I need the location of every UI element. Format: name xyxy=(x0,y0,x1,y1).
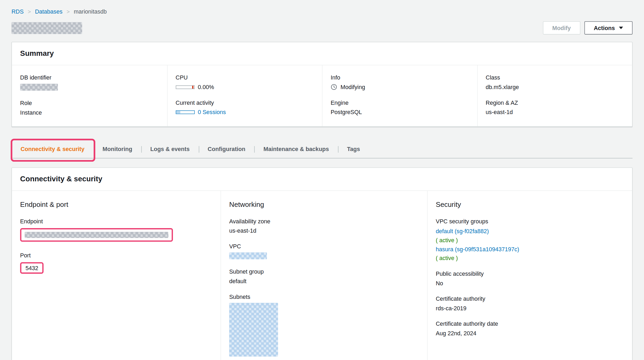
endpoint-port-section: Endpoint & port Endpoint Port 5432 xyxy=(12,191,221,360)
certificate-authority-date-field: Certificate authority date Aug 22nd, 202… xyxy=(436,320,624,336)
modify-button[interactable]: Modify xyxy=(543,21,580,34)
subnets-field: Subnets xyxy=(229,294,419,357)
tab-connectivity-security-label: Connectivity & security xyxy=(20,146,84,152)
sessions-link[interactable]: 0 Sessions xyxy=(198,109,226,115)
engine-field: Engine PostgreSQL xyxy=(331,99,469,115)
region-field: Region & AZ us-east-1d xyxy=(486,99,624,115)
clock-icon xyxy=(331,84,337,90)
detail-tabs: Connectivity & security Monitoring Logs … xyxy=(11,141,633,158)
subnets-label: Subnets xyxy=(229,294,419,300)
certificate-authority-value: rds-ca-2019 xyxy=(436,305,624,312)
subnet-group-value: default xyxy=(229,278,419,284)
breadcrumb: RDS > Databases > marionitasdb xyxy=(11,0,633,15)
sessions-gauge-fill xyxy=(176,111,180,114)
certificate-authority-date-label: Certificate authority date xyxy=(436,320,624,327)
rds-console-viewport: RDS > Databases > marionitasdb Modify Ac… xyxy=(0,0,644,360)
public-accessibility-value: No xyxy=(436,280,624,287)
endpoint-port-title: Endpoint & port xyxy=(20,201,212,209)
annotation-box-port: 5432 xyxy=(20,262,44,274)
engine-value: PostgreSQL xyxy=(331,109,469,115)
certificate-authority-label: Certificate authority xyxy=(436,295,624,302)
current-activity-field: Current activity 0 Sessions xyxy=(176,99,314,115)
cpu-label: CPU xyxy=(176,74,314,81)
region-label: Region & AZ xyxy=(486,99,624,106)
annotation-box-endpoint xyxy=(20,228,173,242)
connectivity-card: Connectivity & security Endpoint & port … xyxy=(11,168,633,360)
cpu-gauge-marker xyxy=(192,86,193,89)
current-activity-label: Current activity xyxy=(176,99,314,106)
tab-connectivity-security[interactable]: Connectivity & security xyxy=(11,141,93,158)
security-group-status-default: ( active ) xyxy=(436,237,624,244)
page-title-redacted xyxy=(11,22,82,34)
subnet-group-label: Subnet group xyxy=(229,268,419,275)
summary-card-title: Summary xyxy=(12,42,632,65)
security-title: Security xyxy=(436,201,624,209)
port-field: Port 5432 xyxy=(20,252,212,274)
role-field: Role Instance xyxy=(20,100,159,116)
connectivity-card-title: Connectivity & security xyxy=(12,168,632,191)
info-label: Info xyxy=(331,74,469,81)
db-identifier-label: DB identifier xyxy=(20,74,159,81)
current-activity-row: 0 Sessions xyxy=(176,109,314,115)
page: RDS > Databases > marionitasdb Modify Ac… xyxy=(0,0,644,360)
summary-col-identifier: DB identifier Role Instance xyxy=(12,65,167,126)
endpoint-label: Endpoint xyxy=(20,218,212,225)
tab-monitoring[interactable]: Monitoring xyxy=(93,141,141,158)
subnets-value-redacted xyxy=(229,303,278,357)
security-group-link-default[interactable]: default (sg-f02fa882) xyxy=(436,228,489,235)
security-group-status-hasura: ( active ) xyxy=(436,255,624,261)
vpc-security-groups-label: VPC security groups xyxy=(436,218,624,225)
info-value: Modifying xyxy=(340,84,365,90)
endpoint-field: Endpoint xyxy=(20,218,212,243)
class-label: Class xyxy=(486,74,624,81)
port-label: Port xyxy=(20,252,212,259)
networking-title: Networking xyxy=(229,201,419,209)
vpc-security-groups-field: VPC security groups default (sg-f02fa882… xyxy=(436,218,624,262)
breadcrumb-link-databases[interactable]: Databases xyxy=(35,8,62,15)
tab-logs-events[interactable]: Logs & events xyxy=(141,141,199,158)
public-accessibility-field: Public accessibility No xyxy=(436,270,624,286)
cpu-value: 0.00% xyxy=(198,84,214,90)
vpc-field: VPC xyxy=(229,243,419,259)
caret-down-icon xyxy=(619,27,623,29)
summary-col-class: Class db.m5.xlarge Region & AZ us-east-1… xyxy=(477,65,632,126)
role-label: Role xyxy=(20,100,159,106)
actions-button[interactable]: Actions xyxy=(584,21,633,34)
actions-button-label: Actions xyxy=(594,24,615,32)
breadcrumb-link-rds[interactable]: RDS xyxy=(11,8,24,15)
db-identifier-redacted xyxy=(20,84,58,91)
connectivity-grid: Endpoint & port Endpoint Port 5432 xyxy=(12,191,632,360)
title-row: Modify Actions xyxy=(11,21,633,34)
class-value: db.m5.xlarge xyxy=(486,84,624,90)
sessions-gauge xyxy=(176,110,195,114)
tab-maintenance-backups[interactable]: Maintenance & backups xyxy=(254,141,338,158)
tab-configuration[interactable]: Configuration xyxy=(199,141,254,158)
endpoint-value-redacted xyxy=(25,232,168,238)
subnet-group-field: Subnet group default xyxy=(229,268,419,284)
cpu-value-row: 0.00% xyxy=(176,84,314,90)
tab-tags[interactable]: Tags xyxy=(338,141,369,158)
az-label: Availability zone xyxy=(229,218,419,225)
breadcrumb-current: marionitasdb xyxy=(74,8,107,15)
region-value: us-east-1d xyxy=(486,109,624,115)
info-field: Info Modifying xyxy=(331,74,469,90)
cpu-gauge xyxy=(176,85,195,89)
db-identifier-field: DB identifier xyxy=(20,74,159,91)
info-value-row: Modifying xyxy=(331,84,469,90)
cpu-field: CPU 0.00% xyxy=(176,74,314,90)
az-field: Availability zone us-east-1d xyxy=(229,218,419,234)
az-value: us-east-1d xyxy=(229,227,419,234)
summary-col-info: Info Modifying Engine PostgreSQL xyxy=(322,65,477,126)
header-actions: Modify Actions xyxy=(543,21,633,34)
summary-col-cpu: CPU 0.00% Current activity 0 Sessions xyxy=(167,65,322,126)
chevron-right-icon: > xyxy=(28,9,31,15)
port-value: 5432 xyxy=(26,265,38,271)
public-accessibility-label: Public accessibility xyxy=(436,270,624,277)
security-group-link-hasura[interactable]: hasura (sg-09f531a109437197c) xyxy=(436,246,519,252)
class-field: Class db.m5.xlarge xyxy=(486,74,624,90)
role-value: Instance xyxy=(20,109,159,116)
networking-section: Networking Availability zone us-east-1d … xyxy=(221,191,427,360)
vpc-label: VPC xyxy=(229,243,419,250)
vpc-value-redacted xyxy=(229,252,267,259)
chevron-right-icon: > xyxy=(67,9,70,15)
